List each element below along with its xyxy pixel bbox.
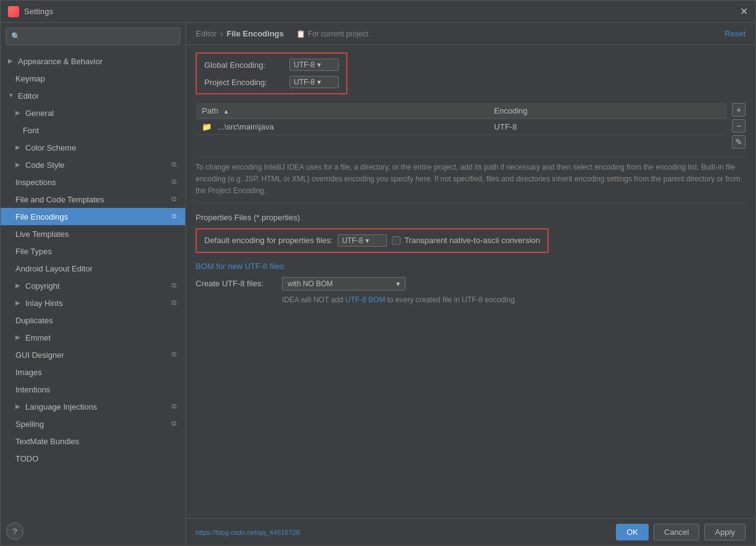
sort-icon: ▲: [223, 108, 229, 115]
sidebar-item-file-types[interactable]: File Types: [1, 242, 185, 260]
remove-path-button[interactable]: −: [732, 119, 746, 133]
project-encoding-label: Project Encoding:: [204, 78, 285, 87]
sidebar-item-general[interactable]: ▶ General: [1, 104, 185, 122]
folder-icon: 📁: [202, 122, 212, 131]
path-value: ...\src\main\java: [218, 122, 274, 131]
edit-path-button[interactable]: ✎: [732, 135, 746, 149]
sidebar-item-label: Duplicates: [15, 316, 180, 325]
project-encoding-select[interactable]: UTF-8 ▾: [289, 76, 339, 88]
sidebar-item-file-code-templates[interactable]: File and Code Templates ⧉: [1, 191, 185, 208]
sidebar-item-label: File Types: [15, 247, 180, 256]
copy-icon: ⧉: [172, 402, 180, 411]
sidebar-item-label: Spelling: [15, 420, 172, 429]
sidebar-item-intentions[interactable]: Intentions: [1, 381, 185, 398]
copy-icon: ⧉: [172, 299, 180, 307]
search-input[interactable]: [23, 32, 175, 41]
project-encoding-row: Project Encoding: UTF-8 ▾: [204, 76, 339, 88]
bom-info-text: IDEA will NOT add UTF-8 BOM to every cre…: [282, 296, 746, 304]
copy-icon: ⧉: [172, 281, 180, 290]
table-row[interactable]: 📁 ...\src\main\java UTF-8: [196, 119, 727, 135]
reset-button[interactable]: Reset: [725, 29, 746, 38]
sidebar-item-code-style[interactable]: ▶ Code Style ⧉: [1, 156, 185, 173]
sidebar-item-emmet[interactable]: ▶ Emmet: [1, 329, 185, 346]
sidebar-item-label: Language Injections: [25, 402, 172, 412]
sidebar-item-android-layout[interactable]: Android Layout Editor: [1, 260, 185, 277]
sidebar-item-font[interactable]: Font: [1, 122, 185, 139]
table-action-buttons: + − ✎: [732, 103, 746, 149]
sidebar-item-editor[interactable]: ▼ Editor: [1, 87, 185, 104]
expand-arrow-icon: ▶: [8, 57, 15, 65]
sidebar-item-label: Appearance & Behavior: [18, 57, 180, 66]
transparent-conversion-checkbox[interactable]: Transparent native-to-ascii conversion: [392, 236, 540, 245]
ok-button[interactable]: OK: [616, 524, 649, 540]
sidebar-item-todo[interactable]: TODO: [1, 450, 185, 467]
path-cell: 📁 ...\src\main\java: [196, 119, 488, 135]
dropdown-arrow-icon: ▾: [317, 78, 321, 86]
project-encoding-value: UTF-8: [294, 78, 315, 86]
sidebar-item-spelling[interactable]: Spelling ⧉: [1, 415, 185, 432]
bottom-bar: https://blog.csdn.net/qq_44516726 OK Can…: [186, 518, 755, 545]
sidebar-item-textmate[interactable]: TextMate Bundles: [1, 432, 185, 450]
sidebar-item-label: Copyright: [25, 281, 172, 291]
file-encoding-table-container: Path ▲ Encoding 📁 .: [196, 103, 727, 149]
encoding-column-header[interactable]: Encoding: [488, 103, 727, 119]
apply-button[interactable]: Apply: [704, 524, 746, 540]
create-utf8-select[interactable]: with NO BOM ▾: [282, 277, 405, 291]
sidebar-item-copyright[interactable]: ▶ Copyright ⧉: [1, 277, 185, 294]
project-icon: 📋: [296, 30, 305, 38]
copy-icon: ⧉: [172, 178, 180, 186]
global-encoding-select[interactable]: UTF-8 ▾: [289, 59, 339, 71]
sidebar-item-label: Inlay Hints: [25, 299, 172, 308]
utf8-bom-link[interactable]: UTF-8 BOM: [345, 296, 385, 304]
sidebar-item-label: Android Layout Editor: [15, 264, 180, 273]
app-icon: [8, 6, 19, 17]
encoding-cell: UTF-8: [488, 119, 727, 135]
sidebar-item-live-templates[interactable]: Live Templates: [1, 225, 185, 242]
expand-arrow-icon: ▶: [15, 144, 23, 151]
sidebar-item-label: General: [25, 109, 180, 118]
sidebar-item-inlay-hints[interactable]: ▶ Inlay Hints ⧉: [1, 294, 185, 312]
sidebar-item-gui-designer[interactable]: GUI Designer ⧉: [1, 346, 185, 363]
sidebar-item-color-scheme[interactable]: ▶ Color Scheme: [1, 139, 185, 156]
copy-icon: ⧉: [172, 350, 180, 359]
breadcrumb-parent: Editor: [196, 29, 217, 38]
sidebar-item-label: Font: [23, 126, 180, 135]
sidebar-item-label: TextMate Bundles: [15, 437, 180, 446]
search-icon: 🔍: [11, 32, 20, 41]
sidebar-item-inspections[interactable]: Inspections ⧉: [1, 173, 185, 191]
sidebar-item-label: Inspections: [15, 178, 172, 187]
create-utf8-row: Create UTF-8 files: with NO BOM ▾: [196, 277, 746, 291]
sidebar-item-lang-injections[interactable]: ▶ Language Injections ⧉: [1, 398, 185, 415]
project-label-text: For current project: [308, 30, 368, 38]
cancel-button[interactable]: Cancel: [654, 524, 699, 540]
create-utf8-value: with NO BOM: [288, 279, 333, 288]
dropdown-arrow-icon: ▾: [317, 60, 321, 69]
file-encoding-table-wrapper: Path ▲ Encoding 📁 .: [196, 103, 746, 149]
panel-header: Editor › File Encodings 📋 For current pr…: [186, 23, 755, 45]
transparent-label: Transparent native-to-ascii conversion: [404, 236, 540, 245]
add-path-button[interactable]: +: [732, 103, 746, 117]
search-box[interactable]: 🔍: [6, 28, 180, 45]
default-enc-select[interactable]: UTF-8 ▾: [338, 234, 387, 247]
sidebar-item-keymap[interactable]: Keymap: [1, 70, 185, 87]
sidebar-item-label: File and Code Templates: [15, 195, 172, 204]
help-button[interactable]: ?: [6, 523, 23, 540]
sidebar-item-images[interactable]: Images: [1, 363, 185, 381]
nav-tree: ▶ Appearance & Behavior Keymap ▼ Editor …: [1, 50, 185, 545]
expand-arrow-icon: ▼: [8, 92, 15, 99]
global-encoding-label: Global Encoding:: [204, 60, 285, 70]
sidebar-item-label: Live Templates: [15, 230, 180, 239]
sidebar-item-file-encodings[interactable]: File Encodings ⧉: [1, 208, 185, 225]
expand-arrow-icon: ▶: [15, 282, 23, 289]
sidebar-item-label: Color Scheme: [25, 143, 180, 152]
sidebar-item-label: Editor: [18, 91, 180, 101]
expand-arrow-icon: ▶: [15, 109, 23, 117]
title-bar: Settings ✕: [1, 1, 755, 23]
checkbox-box: [392, 236, 401, 245]
close-button[interactable]: ✕: [740, 6, 748, 17]
breadcrumb: Editor › File Encodings: [196, 29, 284, 38]
path-column-header[interactable]: Path ▲: [196, 103, 488, 119]
copy-icon: ⧉: [172, 195, 180, 204]
sidebar-item-duplicates[interactable]: Duplicates: [1, 312, 185, 329]
sidebar-item-appearance[interactable]: ▶ Appearance & Behavior: [1, 52, 185, 70]
